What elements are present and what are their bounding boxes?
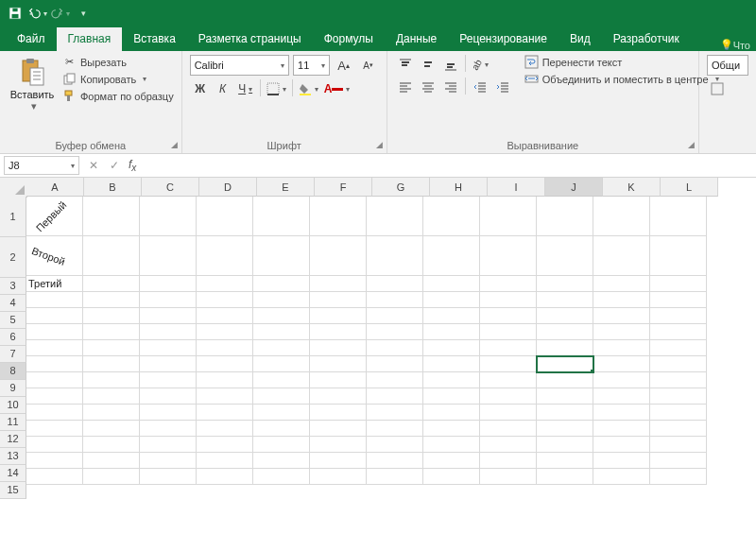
cell[interactable] [423,197,480,236]
tab-insert[interactable]: Вставка [122,27,187,51]
row-header[interactable]: 3 [0,278,26,295]
tab-page-layout[interactable]: Разметка страницы [187,27,313,51]
align-right-button[interactable] [440,78,461,96]
fill-color-button[interactable]: ▾ [297,79,320,98]
qat-customize-icon[interactable]: ▾ [74,4,93,23]
cell[interactable] [480,308,537,324]
cell[interactable] [480,421,537,437]
row-header[interactable]: 10 [0,397,26,414]
cell[interactable] [253,340,310,356]
column-header[interactable]: C [142,178,199,197]
column-header[interactable]: B [84,178,142,197]
row-header[interactable]: 13 [0,448,26,465]
cell[interactable] [26,437,83,453]
cell[interactable] [537,324,593,340]
cell[interactable] [310,308,367,324]
cell[interactable] [83,453,140,469]
bold-button[interactable]: Ж [190,79,211,98]
cell[interactable] [650,437,707,453]
cell[interactable] [593,469,650,485]
fx-icon[interactable]: fx [125,158,140,173]
cell[interactable] [650,405,707,421]
cell[interactable] [423,324,480,340]
column-header[interactable]: J [545,178,603,197]
decrease-indent-button[interactable] [470,78,490,96]
cell[interactable] [310,405,367,421]
row-header[interactable]: 8 [0,363,26,380]
cell[interactable] [537,340,593,356]
cell[interactable] [593,292,650,308]
cell[interactable] [253,197,310,236]
cell[interactable] [593,421,650,437]
cell[interactable] [310,388,367,405]
tab-file[interactable]: Файл [6,27,57,51]
column-header[interactable]: E [257,178,315,197]
cell[interactable] [367,340,423,356]
select-all-corner[interactable] [0,178,27,198]
column-header[interactable]: K [603,178,661,197]
column-header[interactable]: F [315,178,372,197]
cell[interactable] [140,388,197,405]
cell[interactable] [480,372,537,388]
cell[interactable] [140,324,197,340]
cell[interactable] [593,437,650,453]
cell[interactable] [367,437,423,453]
cell[interactable] [26,356,83,372]
cell[interactable] [537,276,593,292]
tab-developer[interactable]: Разработчик [602,27,691,51]
row-header[interactable]: 6 [0,329,26,346]
cell[interactable] [480,292,537,308]
cell[interactable] [423,308,480,324]
cell[interactable] [650,236,707,276]
align-top-button[interactable] [395,55,416,74]
cell[interactable] [253,405,310,421]
cell[interactable] [26,292,83,308]
cell[interactable] [537,421,593,437]
cell[interactable] [140,340,197,356]
cell[interactable] [140,453,197,469]
dialog-launcher-icon[interactable]: ◢ [171,140,178,149]
cell[interactable]: Первый [26,197,83,236]
cell[interactable] [253,469,310,485]
cell[interactable] [83,437,140,453]
column-header[interactable]: H [430,178,488,197]
cell[interactable] [480,324,537,340]
decrease-font-button[interactable]: A▾ [358,56,379,75]
cell[interactable] [650,388,707,405]
cell[interactable] [537,292,593,308]
align-bottom-button[interactable] [440,55,461,74]
cell[interactable] [197,340,253,356]
cell[interactable] [650,197,707,236]
row-header[interactable]: 9 [0,380,26,397]
cell[interactable] [480,405,537,421]
cell[interactable] [480,197,537,236]
cell[interactable] [367,421,423,437]
cell[interactable] [423,388,480,405]
font-size-combo[interactable]: 11▾ [293,55,330,76]
row-header[interactable]: 15 [0,482,26,499]
cell[interactable] [593,236,650,276]
cell[interactable] [537,236,593,276]
cell[interactable] [650,292,707,308]
cell[interactable] [593,276,650,292]
column-header[interactable]: I [488,178,545,197]
cell[interactable] [197,453,253,469]
cell[interactable] [480,388,537,405]
cell[interactable] [140,372,197,388]
cell[interactable] [140,405,197,421]
cell[interactable] [197,437,253,453]
cell[interactable] [310,421,367,437]
cell[interactable] [253,356,310,372]
cell[interactable] [310,372,367,388]
cell[interactable] [650,308,707,324]
italic-button[interactable]: К [213,79,233,98]
column-header[interactable]: A [26,178,84,197]
cell[interactable] [26,324,83,340]
cell[interactable] [593,197,650,236]
cell[interactable] [253,308,310,324]
cell[interactable] [140,292,197,308]
cell[interactable] [26,372,83,388]
cell[interactable] [593,356,650,372]
cell[interactable] [310,276,367,292]
cell[interactable] [423,276,480,292]
